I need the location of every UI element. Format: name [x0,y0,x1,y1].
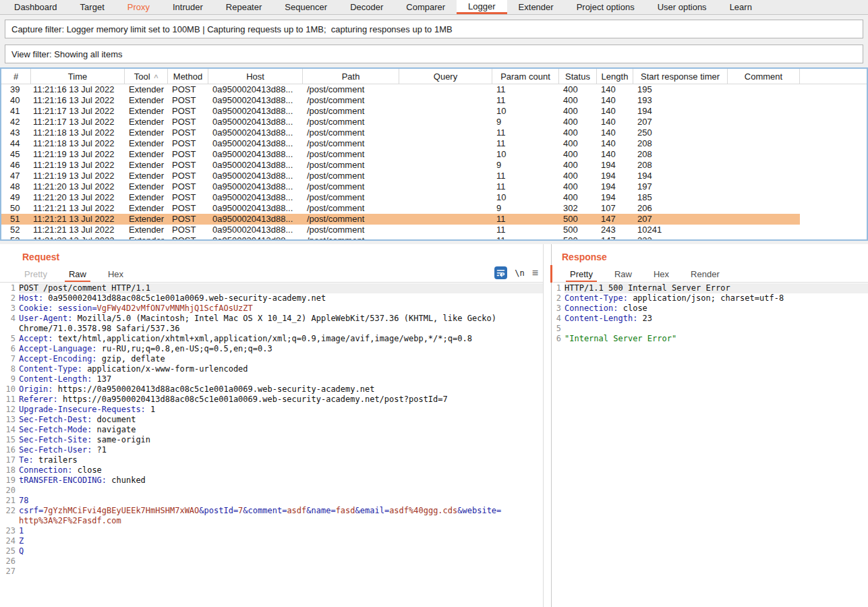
cell-time: 11:21:20 13 Jul 2022 [31,181,125,192]
log-row-47[interactable]: 4711:21:19 13 Jul 2022ExtenderPOST0a9500… [1,171,800,181]
request-tab-hex[interactable]: Hex [104,268,127,282]
log-row-40[interactable]: 4011:21:16 13 Jul 2022ExtenderPOST0a9500… [1,95,800,106]
log-row-42[interactable]: 4211:21:17 13 Jul 2022ExtenderPOST0a9500… [1,117,800,127]
response-tab-render[interactable]: Render [687,268,724,282]
menu-tab-repeater[interactable]: Repeater [214,0,273,14]
column-header-comment[interactable]: Comment [728,69,800,84]
menu-tab-proxy[interactable]: Proxy [116,0,161,14]
line-number: 14 [0,425,19,435]
line-content: Sec-Fetch-User: ?1 [19,445,543,455]
line-content: tRANSFER-ENCODING: chunked [19,475,543,486]
menu-tab-comparer[interactable]: Comparer [395,0,457,14]
soft-wrap-icon[interactable] [494,266,507,279]
log-row-53[interactable]: 5311:21:22 13 Jul 2022ExtenderPOST0a9500… [1,235,800,241]
cell-length: 140 [597,127,633,138]
menu-tab-user-options[interactable]: User options [646,0,718,14]
column-header-path[interactable]: Path [303,69,399,84]
log-row-39[interactable]: 3911:21:16 13 Jul 2022ExtenderPOST0a9500… [1,84,800,95]
line-content: Content-Type: application/x-www-form-url… [19,364,543,374]
view-filter-bar[interactable]: View filter: Showing all items [5,45,863,63]
log-row-41[interactable]: 4111:21:17 13 Jul 2022ExtenderPOST0a9500… [1,106,800,117]
capture-filter-bar[interactable]: Capture filter: Logger memory limit set … [5,20,863,38]
column-header-query[interactable]: Query [399,69,492,84]
line-number: 13 [0,415,19,425]
cell-time: 11:21:21 13 Jul 2022 [31,203,125,214]
cell-time: 11:21:21 13 Jul 2022 [31,225,125,235]
line-content: Sec-Fetch-Mode: navigate [19,425,543,435]
cell-start_response_timer: 10241 [633,225,728,235]
panel-divider[interactable] [551,244,552,607]
line-number: 5 [0,334,19,344]
cell-num: 53 [1,235,31,241]
line-number: 2 [0,293,19,304]
cell-param_count: 11 [492,171,559,181]
column-label: Query [434,71,457,82]
cell-path: /post/comment [303,225,399,235]
line-content: 78 [19,496,543,506]
menu-tab-decoder[interactable]: Decoder [339,0,395,14]
line-content: 1 [19,526,543,536]
editor-line: 26 [0,556,543,567]
log-row-49[interactable]: 4911:21:20 13 Jul 2022ExtenderPOST0a9500… [1,192,800,203]
menu-bar: DashboardTargetProxyIntruderRepeaterSequ… [0,0,868,15]
cell-method: POST [168,138,208,149]
editor-menu-icon[interactable]: ≡ [532,268,538,278]
log-row-50[interactable]: 5011:21:21 13 Jul 2022ExtenderPOST0a9500… [1,203,800,214]
log-row-48[interactable]: 4811:21:20 13 Jul 2022ExtenderPOST0a9500… [1,181,800,192]
editor-line: 6Accept-Language: ru-RU,ru;q=0.8,en-US;q… [0,344,543,354]
cell-num: 52 [1,225,31,235]
line-number: 22 [0,506,19,526]
view-filter-text: View filter: Showing all items [11,49,123,59]
log-row-44[interactable]: 4411:21:18 13 Jul 2022ExtenderPOST0a9500… [1,138,800,149]
cell-path: /post/comment [303,235,399,241]
column-header-host[interactable]: Host [208,69,303,84]
cell-num: 45 [1,149,31,160]
column-header--[interactable]: # [1,69,31,84]
column-label: Time [68,71,87,82]
column-header-tool[interactable]: Tool∧ [125,69,168,84]
log-row-46[interactable]: 4611:21:19 13 Jul 2022ExtenderPOST0a9500… [1,160,800,171]
cell-host: 0a9500020413d88... [208,127,303,138]
cell-tool: Extender [125,149,168,160]
log-row-43[interactable]: 4311:21:18 13 Jul 2022ExtenderPOST0a9500… [1,127,800,138]
line-content: HTTP/1.1 500 Internal Server Error [565,283,868,293]
editor-line: 19tRANSFER-ENCODING: chunked [0,475,543,486]
menu-tab-extender[interactable]: Extender [507,0,565,14]
request-tab-raw[interactable]: Raw [65,268,90,282]
menu-tab-target[interactable]: Target [69,0,116,14]
request-tab-pretty[interactable]: Pretty [20,268,51,282]
cell-length: 140 [597,106,633,117]
column-header-start-response-timer[interactable]: Start response timer [633,69,728,84]
response-tab-raw[interactable]: Raw [610,268,636,282]
log-row-51[interactable]: 5111:21:21 13 Jul 2022ExtenderPOST0a9500… [1,214,800,225]
request-editor[interactable]: 1POST /post/comment HTTP/1.12Host: 0a950… [0,283,543,607]
response-tab-pretty[interactable]: Pretty [566,268,597,282]
log-row-52[interactable]: 5211:21:21 13 Jul 2022ExtenderPOST0a9500… [1,225,800,235]
editor-line: 13Sec-Fetch-Dest: document [0,415,543,425]
editor-line: 24Z [0,536,543,546]
menu-tab-project-options[interactable]: Project options [565,0,646,14]
menu-tab-intruder[interactable]: Intruder [161,0,214,14]
menu-tab-learn[interactable]: Learn [718,0,763,14]
menu-tab-dashboard[interactable]: Dashboard [3,0,69,14]
editor-line: 2178 [0,496,543,506]
cell-status: 500 [559,235,597,241]
show-nonprintable-icon[interactable]: \n [515,268,524,278]
column-header-status[interactable]: Status [559,69,597,84]
menu-tab-logger[interactable]: Logger [457,0,507,14]
line-content: Accept: text/html,application/xhtml+xml,… [19,334,543,344]
editor-line: 1POST /post/comment HTTP/1.1 [0,283,543,293]
editor-line: 14Sec-Fetch-Mode: navigate [0,425,543,435]
editor-line: 2Content-Type: application/json; charset… [553,293,868,304]
column-header-param-count[interactable]: Param count [492,69,559,84]
response-tab-hex[interactable]: Hex [649,268,673,282]
line-number: 1 [0,283,19,293]
column-header-length[interactable]: Length [597,69,633,84]
response-editor[interactable]: 1HTTP/1.1 500 Internal Server Error2Cont… [553,283,868,607]
column-header-time[interactable]: Time [31,69,125,84]
editor-line: 3Cookie: session=VgFWy4D2vMfON7vMNMhjQ1S… [0,304,543,314]
column-header-method[interactable]: Method [168,69,208,84]
menu-tab-sequencer[interactable]: Sequencer [273,0,339,14]
log-row-45[interactable]: 4511:21:19 13 Jul 2022ExtenderPOST0a9500… [1,149,800,160]
cell-status: 400 [559,171,597,181]
